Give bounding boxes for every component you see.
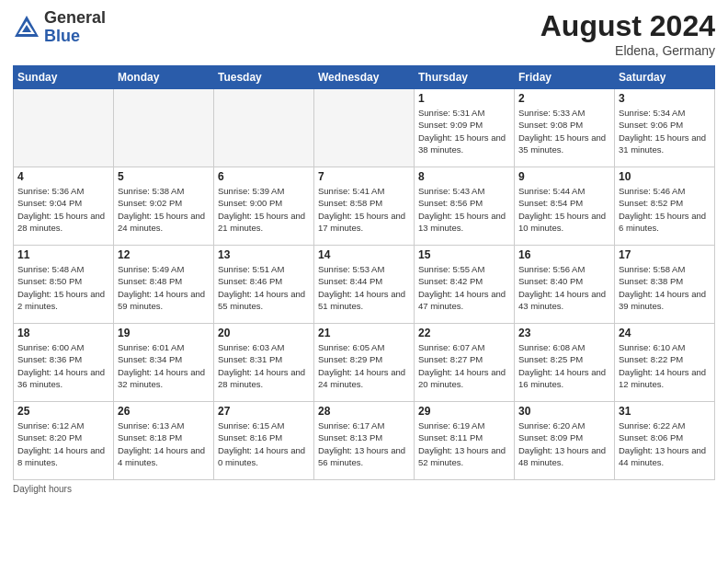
calendar-cell: 30Sunrise: 6:20 AM Sunset: 8:09 PM Dayli… xyxy=(515,402,615,480)
day-number: 14 xyxy=(318,248,410,261)
day-info: Sunrise: 5:53 AM Sunset: 8:44 PM Dayligh… xyxy=(318,263,410,312)
day-number: 17 xyxy=(619,248,711,261)
day-info: Sunrise: 6:19 AM Sunset: 8:11 PM Dayligh… xyxy=(418,419,510,468)
day-info: Sunrise: 5:46 AM Sunset: 8:52 PM Dayligh… xyxy=(619,185,711,234)
calendar-week-row: 1Sunrise: 5:31 AM Sunset: 9:09 PM Daylig… xyxy=(14,89,715,167)
day-info: Sunrise: 6:00 AM Sunset: 8:36 PM Dayligh… xyxy=(17,341,109,390)
day-info: Sunrise: 5:58 AM Sunset: 8:38 PM Dayligh… xyxy=(619,263,711,312)
logo-icon xyxy=(13,14,40,41)
calendar-cell: 4Sunrise: 5:36 AM Sunset: 9:04 PM Daylig… xyxy=(14,167,114,246)
day-number: 6 xyxy=(218,170,310,183)
day-number: 22 xyxy=(418,327,510,339)
calendar-cell: 22Sunrise: 6:07 AM Sunset: 8:27 PM Dayli… xyxy=(415,324,515,402)
day-info: Sunrise: 6:12 AM Sunset: 8:20 PM Dayligh… xyxy=(17,419,109,468)
day-number: 10 xyxy=(619,170,711,183)
day-info: Sunrise: 6:05 AM Sunset: 8:29 PM Dayligh… xyxy=(318,341,410,390)
page-container: General Blue August 2024 Eldena, Germany… xyxy=(0,0,728,500)
day-number: 3 xyxy=(619,92,711,105)
calendar-header-thursday: Thursday xyxy=(415,66,515,89)
day-number: 23 xyxy=(518,327,610,339)
calendar-cell: 25Sunrise: 6:12 AM Sunset: 8:20 PM Dayli… xyxy=(14,402,114,480)
calendar-cell: 16Sunrise: 5:56 AM Sunset: 8:40 PM Dayli… xyxy=(515,246,615,324)
day-number: 8 xyxy=(418,170,510,183)
day-number: 26 xyxy=(118,405,210,418)
title-block: August 2024 Eldena, Germany xyxy=(540,9,715,58)
day-info: Sunrise: 5:56 AM Sunset: 8:40 PM Dayligh… xyxy=(518,263,610,312)
day-number: 5 xyxy=(118,170,210,183)
day-info: Sunrise: 5:43 AM Sunset: 8:56 PM Dayligh… xyxy=(418,185,510,234)
calendar-cell: 13Sunrise: 5:51 AM Sunset: 8:46 PM Dayli… xyxy=(214,246,314,324)
day-number: 29 xyxy=(418,405,510,418)
calendar-cell: 23Sunrise: 6:08 AM Sunset: 8:25 PM Dayli… xyxy=(515,324,615,402)
calendar-header-friday: Friday xyxy=(515,66,615,89)
day-info: Sunrise: 5:44 AM Sunset: 8:54 PM Dayligh… xyxy=(518,185,610,234)
day-number: 25 xyxy=(17,405,109,418)
page-header: General Blue August 2024 Eldena, Germany xyxy=(13,9,715,58)
day-number: 30 xyxy=(518,405,610,418)
day-number: 18 xyxy=(17,327,109,339)
calendar-cell: 20Sunrise: 6:03 AM Sunset: 8:31 PM Dayli… xyxy=(214,324,314,402)
day-number: 11 xyxy=(17,248,109,261)
calendar-cell: 12Sunrise: 5:49 AM Sunset: 8:48 PM Dayli… xyxy=(114,246,214,324)
day-info: Sunrise: 5:41 AM Sunset: 8:58 PM Dayligh… xyxy=(318,185,410,234)
calendar-cell: 14Sunrise: 5:53 AM Sunset: 8:44 PM Dayli… xyxy=(314,246,415,324)
logo-text: General Blue xyxy=(44,9,106,46)
day-info: Sunrise: 5:34 AM Sunset: 9:06 PM Dayligh… xyxy=(619,107,711,155)
calendar-cell: 29Sunrise: 6:19 AM Sunset: 8:11 PM Dayli… xyxy=(415,402,515,480)
calendar-cell: 6Sunrise: 5:39 AM Sunset: 9:00 PM Daylig… xyxy=(214,167,314,246)
day-number: 7 xyxy=(318,170,410,183)
day-info: Sunrise: 6:08 AM Sunset: 8:25 PM Dayligh… xyxy=(518,341,610,390)
calendar-header-sunday: Sunday xyxy=(14,66,114,89)
day-info: Sunrise: 6:15 AM Sunset: 8:16 PM Dayligh… xyxy=(218,419,310,468)
day-info: Sunrise: 6:01 AM Sunset: 8:34 PM Dayligh… xyxy=(118,341,210,390)
day-info: Sunrise: 5:49 AM Sunset: 8:48 PM Dayligh… xyxy=(118,263,210,312)
calendar-header-wednesday: Wednesday xyxy=(314,66,415,89)
day-info: Sunrise: 6:20 AM Sunset: 8:09 PM Dayligh… xyxy=(518,419,610,468)
calendar-header-saturday: Saturday xyxy=(615,66,715,89)
calendar-week-row: 4Sunrise: 5:36 AM Sunset: 9:04 PM Daylig… xyxy=(14,167,715,246)
day-info: Sunrise: 6:10 AM Sunset: 8:22 PM Dayligh… xyxy=(619,341,711,390)
day-number: 24 xyxy=(619,327,711,339)
calendar-cell: 10Sunrise: 5:46 AM Sunset: 8:52 PM Dayli… xyxy=(615,167,715,246)
day-info: Sunrise: 5:31 AM Sunset: 9:09 PM Dayligh… xyxy=(418,107,510,155)
day-number: 15 xyxy=(418,248,510,261)
calendar-week-row: 11Sunrise: 5:48 AM Sunset: 8:50 PM Dayli… xyxy=(14,246,715,324)
calendar-cell xyxy=(214,89,314,167)
day-info: Sunrise: 6:03 AM Sunset: 8:31 PM Dayligh… xyxy=(218,341,310,390)
calendar-week-row: 25Sunrise: 6:12 AM Sunset: 8:20 PM Dayli… xyxy=(14,402,715,480)
calendar-cell: 18Sunrise: 6:00 AM Sunset: 8:36 PM Dayli… xyxy=(14,324,114,402)
calendar-table: SundayMondayTuesdayWednesdayThursdayFrid… xyxy=(13,65,715,480)
calendar-cell: 27Sunrise: 6:15 AM Sunset: 8:16 PM Dayli… xyxy=(214,402,314,480)
calendar-cell: 8Sunrise: 5:43 AM Sunset: 8:56 PM Daylig… xyxy=(415,167,515,246)
day-number: 31 xyxy=(619,405,711,418)
day-number: 4 xyxy=(17,170,109,183)
day-number: 21 xyxy=(318,327,410,339)
day-info: Sunrise: 5:38 AM Sunset: 9:02 PM Dayligh… xyxy=(118,185,210,234)
calendar-cell: 31Sunrise: 6:22 AM Sunset: 8:06 PM Dayli… xyxy=(615,402,715,480)
footer-note: Daylight hours xyxy=(13,484,715,494)
calendar-cell: 26Sunrise: 6:13 AM Sunset: 8:18 PM Dayli… xyxy=(114,402,214,480)
day-info: Sunrise: 5:51 AM Sunset: 8:46 PM Dayligh… xyxy=(218,263,310,312)
calendar-cell: 21Sunrise: 6:05 AM Sunset: 8:29 PM Dayli… xyxy=(314,324,415,402)
day-number: 12 xyxy=(118,248,210,261)
calendar-cell xyxy=(314,89,415,167)
day-number: 13 xyxy=(218,248,310,261)
logo: General Blue xyxy=(13,9,106,46)
day-info: Sunrise: 5:33 AM Sunset: 9:08 PM Dayligh… xyxy=(518,107,610,155)
calendar-cell: 24Sunrise: 6:10 AM Sunset: 8:22 PM Dayli… xyxy=(615,324,715,402)
calendar-cell: 11Sunrise: 5:48 AM Sunset: 8:50 PM Dayli… xyxy=(14,246,114,324)
day-number: 20 xyxy=(218,327,310,339)
calendar-cell: 19Sunrise: 6:01 AM Sunset: 8:34 PM Dayli… xyxy=(114,324,214,402)
calendar-cell: 17Sunrise: 5:58 AM Sunset: 8:38 PM Dayli… xyxy=(615,246,715,324)
calendar-cell: 5Sunrise: 5:38 AM Sunset: 9:02 PM Daylig… xyxy=(114,167,214,246)
calendar-week-row: 18Sunrise: 6:00 AM Sunset: 8:36 PM Dayli… xyxy=(14,324,715,402)
calendar-header-monday: Monday xyxy=(114,66,214,89)
day-number: 16 xyxy=(518,248,610,261)
day-number: 27 xyxy=(218,405,310,418)
calendar-header-tuesday: Tuesday xyxy=(214,66,314,89)
calendar-cell xyxy=(114,89,214,167)
logo-general: General xyxy=(44,9,106,28)
month-year: August 2024 xyxy=(540,9,715,43)
day-number: 2 xyxy=(518,92,610,105)
day-info: Sunrise: 5:55 AM Sunset: 8:42 PM Dayligh… xyxy=(418,263,510,312)
